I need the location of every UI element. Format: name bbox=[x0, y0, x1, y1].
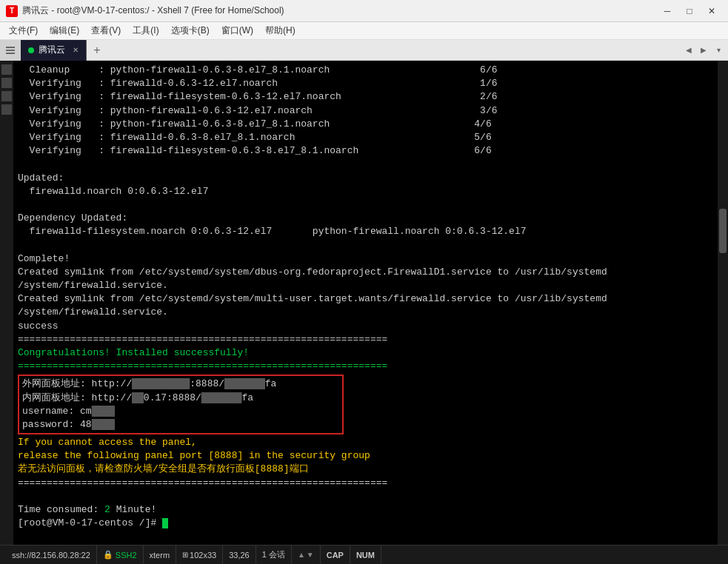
title-text: 腾讯云 - root@VM-0-17-centos:/ - Xshell 7 (… bbox=[22, 4, 657, 17]
term-line-dep: Dependency Updated: bbox=[18, 212, 713, 225]
minimize-button[interactable]: ─ bbox=[657, 4, 678, 19]
svg-rect-1 bbox=[6, 50, 15, 51]
ssh2-label: SSH2 bbox=[116, 551, 137, 560]
term-line-blank2 bbox=[18, 198, 713, 212]
sessions-text: 1 会话 bbox=[262, 549, 285, 560]
info-line-password: password: 48████ bbox=[22, 418, 339, 432]
term-line-firewalld: firewalld.noarch 0:0.6.3-12.el7 bbox=[18, 185, 713, 198]
position-text: 33,26 bbox=[229, 551, 250, 560]
terminal-size-text: 102x33 bbox=[190, 551, 216, 560]
status-cap: CAP bbox=[321, 545, 350, 564]
menu-view[interactable]: 查看(V) bbox=[85, 22, 127, 39]
tab-more-button[interactable]: ▾ bbox=[712, 44, 725, 57]
term-line-prompt: [root@VM-0-17-centos /]# bbox=[18, 517, 713, 530]
cap-label: CAP bbox=[327, 551, 344, 560]
xterm-label: xterm bbox=[150, 551, 170, 560]
cursor-block bbox=[162, 518, 168, 528]
term-line-blank3 bbox=[18, 238, 713, 252]
status-sessions: 1 会话 bbox=[256, 545, 292, 564]
info-line-username: username: cm████ bbox=[22, 405, 339, 418]
tab-next-button[interactable]: ▶ bbox=[697, 44, 710, 57]
term-line-1: Verifying : firewalld-0.6.3-12.el7.noarc… bbox=[18, 77, 713, 90]
tab-bar: 腾讯云 ✕ + ◀ ▶ ▾ bbox=[0, 40, 728, 61]
term-line-sep1: ========================================… bbox=[18, 333, 713, 346]
term-line-3: Verifying : python-firewall-0.6.3-12.el7… bbox=[18, 104, 713, 118]
term-line-warn1: If you cannot access the panel, bbox=[18, 436, 713, 449]
term-line-symlink1b: /system/firewalld.service. bbox=[18, 279, 713, 292]
tab-close-button[interactable]: ✕ bbox=[73, 46, 79, 54]
term-line-warn2: release the following panel port [8888] … bbox=[18, 449, 713, 463]
sidebar-icon-4 bbox=[1, 104, 12, 115]
menu-tabs[interactable]: 选项卡(B) bbox=[165, 22, 216, 39]
terminal-output[interactable]: Cleanup : python-firewall-0.6.3-8.el7_8.… bbox=[13, 61, 718, 545]
terminal-icon: ⊞ bbox=[182, 551, 188, 559]
menu-edit[interactable]: 编辑(E) bbox=[44, 22, 85, 39]
status-scroll-arrows: ▲ ▼ bbox=[292, 545, 321, 564]
tab-sidebar-toggle[interactable] bbox=[0, 40, 21, 61]
status-ssh2: 🔒 SSH2 bbox=[97, 545, 144, 564]
term-line-congrats: Congratulations! Installed successfully! bbox=[18, 346, 713, 360]
sidebar-icon-2 bbox=[1, 78, 12, 88]
term-line-symlink2: Created symlink from /etc/systemd/system… bbox=[18, 292, 713, 306]
term-line-complete: Complete! bbox=[18, 252, 713, 266]
info-line-internal: 内网面板地址: http://██0.17:8888/███████fa bbox=[22, 392, 339, 405]
info-box: 外网面板地址: http://██████████:8888/███████fa… bbox=[18, 375, 344, 434]
term-line-0: Cleanup : python-firewall-0.6.3-8.el7_8.… bbox=[18, 64, 713, 77]
term-line-updated: Updated: bbox=[18, 172, 713, 185]
status-num: NUM bbox=[350, 545, 381, 564]
term-line-2: Verifying : firewalld-filesystem-0.6.3-1… bbox=[18, 90, 713, 104]
sidebar-icon-3 bbox=[1, 91, 12, 101]
tab-tencentcloud[interactable]: 腾讯云 ✕ bbox=[21, 40, 87, 61]
menu-tools[interactable]: 工具(I) bbox=[127, 22, 164, 39]
sidebar-icon-1 bbox=[1, 64, 12, 75]
status-xterm: xterm bbox=[144, 545, 177, 564]
tab-add-button[interactable]: + bbox=[87, 40, 107, 61]
tab-label: 腾讯云 bbox=[39, 44, 65, 56]
term-line-warn3: 若无法访问面板，请检查防火墙/安全组是否有放行面板[8888]端口 bbox=[18, 463, 713, 476]
status-bar: ssh://82.156.80.28:22 🔒 SSH2 xterm ⊞ 102… bbox=[0, 545, 728, 564]
ssh-host-text: ssh://82.156.80.28:22 bbox=[12, 551, 90, 560]
lock-icon: 🔒 bbox=[103, 550, 113, 560]
info-line-external: 外网面板地址: http://██████████:8888/███████fa bbox=[22, 377, 339, 391]
scroll-down-icon[interactable]: ▼ bbox=[307, 551, 314, 559]
close-button[interactable]: ✕ bbox=[701, 4, 722, 19]
svg-rect-2 bbox=[6, 53, 15, 54]
menu-file[interactable]: 文件(F) bbox=[3, 22, 44, 39]
scroll-up-icon[interactable]: ▲ bbox=[298, 551, 305, 559]
menu-window[interactable]: 窗口(W) bbox=[216, 22, 259, 39]
tab-prev-button[interactable]: ◀ bbox=[682, 44, 695, 57]
maximize-button[interactable]: □ bbox=[679, 4, 700, 19]
term-line-dep-pkg: firewalld-filesystem.noarch 0:0.6.3-12.e… bbox=[18, 225, 713, 238]
term-line-blank4 bbox=[18, 490, 713, 503]
term-line-success: success bbox=[18, 320, 713, 333]
menu-help[interactable]: 帮助(H) bbox=[259, 22, 301, 39]
status-ssh-host: ssh://82.156.80.28:22 bbox=[6, 545, 97, 564]
scrollbar-thumb[interactable] bbox=[719, 209, 727, 253]
tab-navigation: ◀ ▶ ▾ bbox=[682, 44, 728, 57]
svg-rect-0 bbox=[6, 47, 15, 48]
term-line-symlink1: Created symlink from /etc/systemd/system… bbox=[18, 266, 713, 279]
title-bar: T 腾讯云 - root@VM-0-17-centos:/ - Xshell 7… bbox=[0, 0, 728, 22]
app-icon: T bbox=[6, 5, 18, 17]
tab-status-dot bbox=[28, 47, 34, 53]
term-line-6: Verifying : firewalld-filesystem-0.6.3-8… bbox=[18, 144, 713, 158]
menu-bar: 文件(F) 编辑(E) 查看(V) 工具(I) 选项卡(B) 窗口(W) 帮助(… bbox=[0, 22, 728, 40]
term-line-5: Verifying : firewalld-0.6.3-8.el7_8.1.no… bbox=[18, 131, 713, 144]
term-line-sep2: ========================================… bbox=[18, 360, 713, 373]
num-label: NUM bbox=[356, 551, 375, 560]
terminal-container: Cleanup : python-firewall-0.6.3-8.el7_8.… bbox=[0, 61, 728, 545]
term-line-blank1 bbox=[18, 158, 713, 171]
sidebar bbox=[0, 61, 13, 545]
status-position: 33,26 bbox=[223, 545, 256, 564]
scrollbar[interactable] bbox=[718, 61, 728, 545]
status-size: ⊞ 102x33 bbox=[176, 545, 223, 564]
term-line-time: Time consumed: 2 Minute! bbox=[18, 503, 713, 517]
window-controls: ─ □ ✕ bbox=[657, 4, 722, 19]
term-line-sep3: ========================================… bbox=[18, 477, 713, 490]
term-line-symlink2b: /system/firewalld.service. bbox=[18, 306, 713, 319]
term-line-4: Verifying : python-firewall-0.6.3-8.el7_… bbox=[18, 118, 713, 131]
